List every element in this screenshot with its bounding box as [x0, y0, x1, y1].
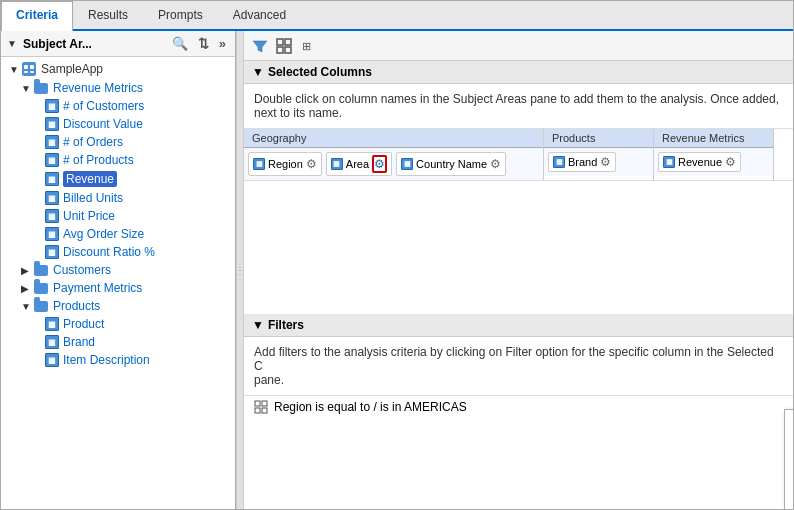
filter-row: Region is equal to / is in AMERICAS: [244, 396, 793, 418]
customers-label: Customers: [53, 263, 111, 277]
right-panel: ⊞ ▼ Selected Columns Double click on col…: [244, 31, 793, 509]
tree-item-avg-order[interactable]: ▦ Avg Order Size: [1, 225, 235, 243]
num-products-label: # of Products: [63, 153, 134, 167]
products-group-header: Products: [544, 129, 653, 148]
tree-container: ▼ SampleApp ▼: [1, 57, 235, 509]
filters-header: ▼ Filters: [244, 314, 793, 337]
sampleapp-label: SampleApp: [41, 62, 103, 76]
tab-advanced[interactable]: Advanced: [218, 1, 301, 29]
tree-item-num-products[interactable]: ▦ # of Products: [1, 151, 235, 169]
discount-value-col-icon: ▦: [45, 117, 59, 131]
tree-item-revenue-metrics[interactable]: ▼ Revenue Metrics: [1, 79, 235, 97]
payment-metrics-label: Payment Metrics: [53, 281, 142, 295]
right-toolbar: ⊞: [244, 31, 793, 61]
num-orders-col-icon: ▦: [45, 135, 59, 149]
resize-handle[interactable]: ⋮: [236, 31, 244, 509]
filter-text: Region is equal to / is in AMERICAS: [274, 400, 467, 414]
brand-cell-icon: ▦: [553, 156, 565, 168]
tree-item-payment-metrics[interactable]: ▶ Payment Metrics: [1, 279, 235, 297]
layout-toolbar-icon[interactable]: [274, 36, 294, 56]
svg-rect-19: [255, 408, 260, 413]
tree-item-revenue[interactable]: ▦ Revenue: [1, 169, 235, 189]
filters-help-text-2: pane.: [254, 373, 284, 387]
country-gear-icon[interactable]: ⚙: [490, 157, 501, 171]
col-cell-area[interactable]: ▦ Area ⚙: [326, 152, 392, 176]
menu-item-edit-formula[interactable]: fx Edit formula: [785, 436, 793, 462]
tree-item-product[interactable]: ▦ Product: [1, 315, 235, 333]
unit-price-label: Unit Price: [63, 209, 115, 223]
product-col-icon: ▦: [45, 317, 59, 331]
selected-columns-help: Double click on column names in the Subj…: [244, 84, 793, 129]
billed-units-col-icon: ▦: [45, 191, 59, 205]
filter-toolbar-icon[interactable]: [250, 36, 270, 56]
tree-item-item-desc[interactable]: ▦ Item Description: [1, 351, 235, 369]
col-cell-country[interactable]: ▦ Country Name ⚙: [396, 152, 506, 176]
col-cell-brand[interactable]: ▦ Brand ⚙: [548, 152, 616, 172]
menu-item-filter[interactable]: Filter: [785, 488, 793, 509]
columns-area: Geography ▦ Region ⚙ ▦ Area: [244, 129, 793, 181]
tab-results[interactable]: Results: [73, 1, 143, 29]
content-area: ▼ Subject Ar... 🔍 ⇅ » ▼: [1, 31, 793, 509]
svg-rect-7: [277, 47, 283, 53]
right-content: ▼ Selected Columns Double click on colum…: [244, 61, 793, 509]
menu-item-column-props[interactable]: Column Properties: [785, 462, 793, 488]
panel-title: Subject Ar...: [23, 37, 165, 51]
filters-expand-icon: ▼: [252, 318, 264, 332]
svg-rect-0: [22, 62, 36, 76]
country-cell-icon: ▦: [401, 158, 413, 170]
help-text-2: next to its name.: [254, 106, 342, 120]
expand-icon[interactable]: »: [216, 35, 229, 52]
geography-header: Geography: [244, 129, 543, 148]
brand-label: Brand: [63, 335, 95, 349]
tree-item-products[interactable]: ▼ Products: [1, 297, 235, 315]
col-group-geography: Geography ▦ Region ⚙ ▦ Area: [244, 129, 544, 180]
tab-prompts[interactable]: Prompts: [143, 1, 218, 29]
tab-criteria[interactable]: Criteria: [1, 1, 73, 31]
filters-help: Add filters to the analysis criteria by …: [244, 337, 793, 396]
menu-item-sort[interactable]: Sort ▶: [785, 410, 793, 436]
revenue-metrics-folder-icon: [33, 81, 49, 95]
avg-order-col-icon: ▦: [45, 227, 59, 241]
discount-value-label: Discount Value: [63, 117, 143, 131]
billed-units-label: Billed Units: [63, 191, 123, 205]
col-cell-revenue[interactable]: ▦ Revenue ⚙: [658, 152, 741, 172]
tree-item-billed-units[interactable]: ▦ Billed Units: [1, 189, 235, 207]
revenue-cell-icon: ▦: [663, 156, 675, 168]
tree-item-discount-value[interactable]: ▦ Discount Value: [1, 115, 235, 133]
sampleapp-arrow: ▼: [9, 64, 21, 75]
area-cell-label: Area: [346, 158, 369, 170]
tree-item-customers[interactable]: ▶ Customers: [1, 261, 235, 279]
collapse-arrow[interactable]: ▼: [7, 38, 19, 49]
svg-text:⊞: ⊞: [302, 40, 311, 52]
search-icon[interactable]: 🔍: [169, 35, 191, 52]
area-gear-icon[interactable]: ⚙: [372, 155, 387, 173]
svg-rect-3: [24, 71, 28, 73]
brand-gear-icon[interactable]: ⚙: [600, 155, 611, 169]
sort-toolbar-icon[interactable]: ⊞: [298, 36, 318, 56]
tree-item-discount-ratio[interactable]: ▦ Discount Ratio %: [1, 243, 235, 261]
svg-rect-18: [262, 401, 267, 406]
region-cell-icon: ▦: [253, 158, 265, 170]
col-group-revenue-metrics: Revenue Metrics ▦ Revenue ⚙: [654, 129, 774, 180]
region-gear-icon[interactable]: ⚙: [306, 157, 317, 171]
sort-icon[interactable]: ⇅: [195, 35, 212, 52]
tree-item-brand[interactable]: ▦ Brand: [1, 333, 235, 351]
help-text-1: Double click on column names in the Subj…: [254, 92, 779, 106]
discount-ratio-label: Discount Ratio %: [63, 245, 155, 259]
filters-help-text-1: Add filters to the analysis criteria by …: [254, 345, 774, 373]
num-orders-label: # of Orders: [63, 135, 123, 149]
revenue-gear-icon[interactable]: ⚙: [725, 155, 736, 169]
tree-item-sampleapp[interactable]: ▼ SampleApp: [1, 59, 235, 79]
svg-rect-2: [30, 65, 34, 69]
col-cell-region[interactable]: ▦ Region ⚙: [248, 152, 322, 176]
filters-title: Filters: [268, 318, 304, 332]
num-customers-label: # of Customers: [63, 99, 144, 113]
tree-item-num-orders[interactable]: ▦ # of Orders: [1, 133, 235, 151]
revenue-metrics-cells: ▦ Revenue ⚙: [654, 148, 773, 176]
payment-metrics-folder-icon: [33, 281, 49, 295]
tree-item-num-customers[interactable]: ▦ # of Customers: [1, 97, 235, 115]
svg-rect-5: [277, 39, 283, 45]
tree-item-unit-price[interactable]: ▦ Unit Price: [1, 207, 235, 225]
geography-cells: ▦ Region ⚙ ▦ Area ⚙ ▦: [244, 148, 543, 180]
num-customers-col-icon: ▦: [45, 99, 59, 113]
